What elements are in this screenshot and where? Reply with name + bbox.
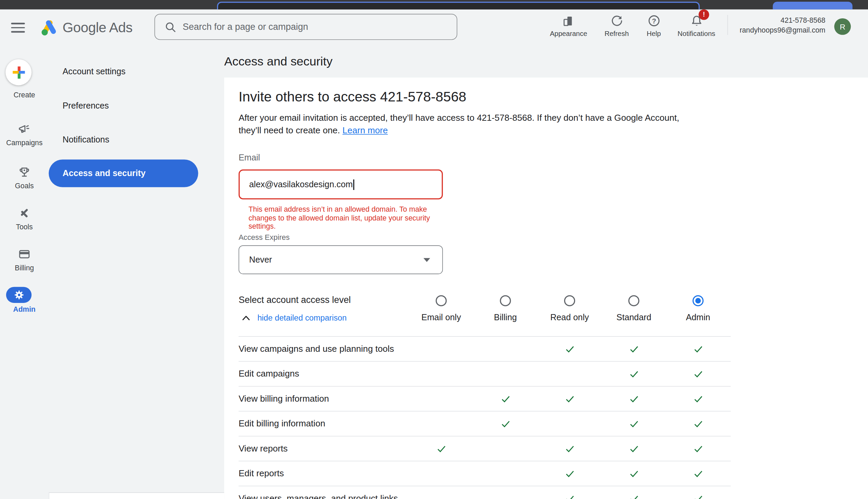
- radio-email-only[interactable]: [436, 295, 447, 306]
- permission-granted-cell: [666, 345, 730, 352]
- check-icon: [630, 445, 638, 452]
- notification-badge: !: [698, 10, 709, 20]
- browser-tab-active[interactable]: [217, 2, 700, 10]
- permission-label: View reports: [239, 444, 409, 453]
- tools-icon: [17, 207, 31, 220]
- access-level-label: Select account access level: [239, 295, 351, 305]
- google-ads-app: Google Ads Appearance Refresh ? Help: [0, 0, 868, 499]
- permission-granted-cell: [666, 470, 730, 477]
- check-icon: [566, 445, 574, 452]
- email-error-message: This email address isn’t in an allowed d…: [249, 205, 430, 231]
- sidebar-item-create-label: Create: [0, 91, 49, 99]
- content-card: Invite others to access 421-578-8568 Aft…: [224, 78, 868, 499]
- check-icon: [694, 495, 702, 499]
- radio-cell: [537, 294, 602, 307]
- email-field[interactable]: alex@vasilakosdesign.com: [239, 170, 443, 199]
- check-icon: [630, 395, 638, 402]
- check-icon: [630, 470, 638, 477]
- search-input[interactable]: [183, 22, 450, 32]
- main-menu-icon[interactable]: [11, 23, 25, 33]
- browser-tab[interactable]: [773, 2, 852, 10]
- permission-label: View users, managers, and product links: [239, 494, 409, 499]
- access-level-column-labels: Email onlyBillingRead onlyStandardAdmin: [409, 312, 730, 323]
- table-row: Edit billing information: [239, 411, 731, 436]
- sidebar-item-goals[interactable]: Goals: [0, 166, 49, 193]
- radio-standard[interactable]: [628, 295, 640, 306]
- create-button[interactable]: [5, 59, 32, 85]
- chevron-up-icon: [242, 315, 250, 320]
- radio-admin[interactable]: [692, 295, 704, 306]
- check-icon: [694, 345, 702, 352]
- subnav-item-account-settings[interactable]: Account settings: [62, 66, 125, 76]
- subnav-item-preferences[interactable]: Preferences: [62, 101, 109, 111]
- email-field-value: alex@vasilakosdesign.com: [249, 180, 353, 189]
- radio-read-only[interactable]: [564, 295, 575, 306]
- sidebar-item-billing[interactable]: Billing: [0, 248, 49, 276]
- check-icon: [630, 345, 638, 352]
- column-label-standard: Standard: [617, 313, 651, 322]
- permission-granted-cell: [666, 495, 730, 499]
- column-label-cell: Admin: [666, 312, 730, 323]
- permission-label: Edit reports: [239, 468, 409, 478]
- permission-granted-cell: [537, 395, 602, 402]
- check-icon: [694, 370, 702, 377]
- text-cursor: [353, 179, 354, 190]
- access-expires-select[interactable]: Never: [239, 245, 443, 274]
- check-icon: [630, 495, 638, 499]
- appearance-button[interactable]: Appearance: [543, 13, 594, 38]
- notifications-button[interactable]: ! Notifications: [671, 13, 722, 38]
- account-info[interactable]: 421-578-8568 randyhoops96@gmail.com: [731, 16, 825, 35]
- email-field-label: Email: [239, 153, 260, 163]
- svg-text:?: ?: [652, 17, 656, 25]
- permission-label: Edit billing information: [239, 418, 409, 428]
- column-label-cell: Read only: [537, 312, 602, 323]
- column-label-billing: Billing: [494, 313, 517, 322]
- access-expires-label: Access Expires: [239, 233, 290, 241]
- check-icon: [501, 395, 509, 402]
- credit-card-icon: [17, 248, 31, 261]
- dropdown-arrow-icon: [423, 258, 430, 262]
- column-label-read-only: Read only: [550, 313, 589, 322]
- check-icon: [566, 395, 574, 402]
- check-icon: [630, 420, 638, 427]
- access-level-radio-group: [409, 294, 730, 307]
- global-search[interactable]: [154, 14, 457, 40]
- google-ads-logo-icon: [39, 17, 59, 37]
- account-email: randyhoops96@gmail.com: [731, 25, 825, 35]
- permission-granted-cell: [602, 420, 666, 427]
- trophy-icon: [17, 166, 31, 179]
- permission-granted-cell: [602, 395, 666, 402]
- permissions-table: View campaigns and use planning toolsEdi…: [239, 336, 731, 499]
- page-title: Access and security: [224, 54, 332, 69]
- invite-description: After your email invitation is accepted,…: [239, 112, 680, 137]
- appearance-icon: [562, 14, 575, 27]
- sidebar-item-admin[interactable]: [6, 287, 32, 303]
- column-label-cell: Email only: [409, 312, 473, 323]
- column-label-admin: Admin: [686, 313, 710, 322]
- avatar[interactable]: R: [834, 18, 851, 35]
- table-row: View billing information: [239, 386, 731, 411]
- permission-granted-cell: [666, 370, 730, 377]
- learn-more-link[interactable]: Learn more: [343, 125, 388, 135]
- check-icon: [566, 470, 574, 477]
- subnav-item-access-and-security[interactable]: Access and security: [49, 159, 198, 187]
- table-row: Edit reports: [239, 461, 731, 485]
- radio-billing[interactable]: [500, 295, 511, 306]
- hide-comparison-toggle[interactable]: hide detailed comparison: [242, 314, 347, 322]
- sidebar-item-campaigns[interactable]: Campaigns: [0, 122, 49, 150]
- radio-cell: [473, 294, 537, 307]
- check-icon: [694, 420, 702, 427]
- brand-wordmark: Google Ads: [62, 19, 132, 35]
- gear-icon: [14, 290, 24, 300]
- create-plus-icon: [13, 66, 25, 78]
- account-id: 421-578-8568: [731, 16, 825, 25]
- help-icon: ?: [647, 14, 661, 28]
- subnav-item-notifications[interactable]: Notifications: [62, 135, 109, 145]
- table-row: View users, managers, and product links: [239, 486, 731, 499]
- permission-granted-cell: [666, 395, 730, 402]
- permission-granted-cell: [537, 495, 602, 499]
- subnav-horizontal-scrollbar[interactable]: [49, 492, 224, 499]
- megaphone-icon: [17, 122, 31, 136]
- check-icon: [694, 445, 702, 452]
- sidebar-item-tools[interactable]: Tools: [0, 207, 49, 234]
